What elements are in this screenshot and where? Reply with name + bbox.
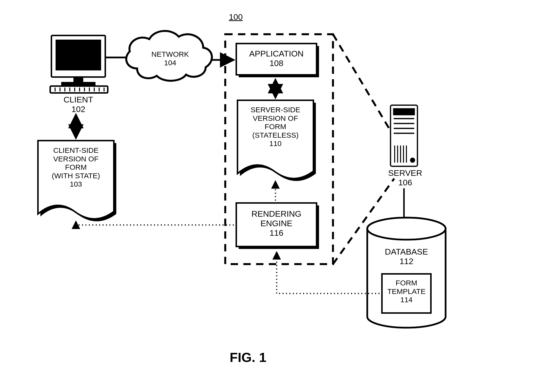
application-label: APPLICATION 108	[236, 49, 317, 68]
conn-render-clientform	[76, 221, 234, 225]
figure-ref: 100	[224, 12, 248, 22]
leader-top	[333, 34, 394, 137]
svg-rect-2	[73, 77, 83, 82]
database-label: DATABASE 112	[375, 247, 438, 266]
svg-point-32	[367, 218, 446, 240]
client-label: CLIENT 102	[49, 95, 108, 114]
svg-rect-21	[394, 109, 414, 115]
client-text: CLIENT	[64, 95, 93, 104]
render-engine-label: RENDERING ENGINE 116	[236, 209, 317, 238]
application-text: APPLICATION	[249, 49, 304, 58]
network-label: NETWORK 104	[143, 50, 197, 67]
diagram-stage: 100 CLIENT 102 NETWORK 104 APPLICATION 1…	[0, 0, 545, 392]
svg-rect-1	[56, 40, 100, 70]
network-ref: 104	[164, 59, 176, 67]
form-template-label: FORM TEMPLATE 114	[382, 279, 431, 304]
application-ref: 108	[270, 58, 284, 68]
svg-rect-3	[61, 82, 95, 85]
figure-caption: FIG. 1	[211, 350, 285, 365]
server-tower-icon	[391, 105, 417, 166]
network-text: NETWORK	[151, 50, 189, 58]
client-form-label: CLIENT-SIDE VERSION OF FORM (WITH STATE)…	[38, 146, 114, 189]
client-icon	[50, 35, 108, 93]
server-form-label: SERVER-SIDE VERSION OF FORM (STATELESS) …	[237, 106, 313, 148]
server-label: SERVER 106	[381, 168, 430, 187]
svg-point-31	[411, 158, 415, 162]
conn-template-render	[277, 252, 379, 293]
client-ref: 102	[71, 104, 85, 114]
